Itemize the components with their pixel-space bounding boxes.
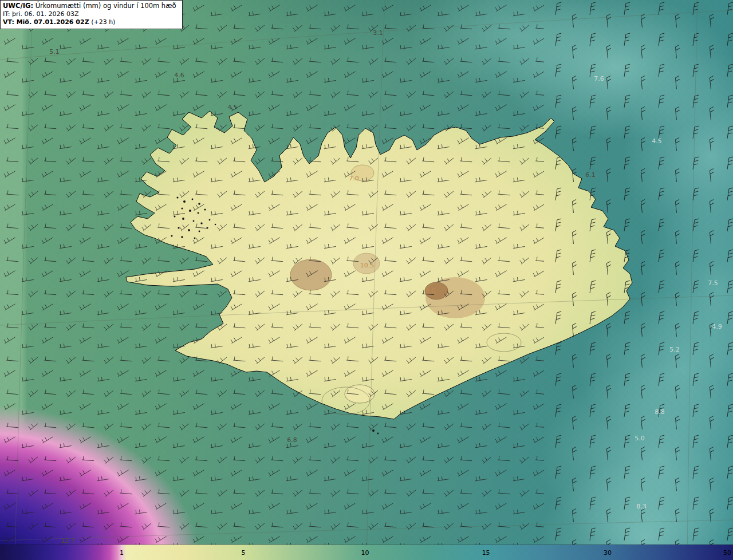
product-label: UWC/IG:: [3, 2, 33, 10]
colorbar-tick: 10: [361, 549, 369, 557]
map-canvas: [0, 0, 733, 560]
forecast-header-box: UWC/IG: Úrkomumætti (mm) og vindur í 100…: [0, 0, 183, 29]
valid-time: VT: Mið. 07.01.2026 02Z: [3, 18, 89, 26]
colorbar-tick: 1: [120, 549, 124, 557]
valid-time-line: VT: Mið. 07.01.2026 02Z (+23 h): [3, 18, 176, 26]
product-title: Úrkomumætti (mm) og vindur í 100m hæð: [33, 2, 176, 10]
colorbar-tick: 30: [604, 549, 612, 557]
colorbar-tick: 5: [241, 549, 245, 557]
wind-barbs-layer: [0, 0, 733, 560]
valid-offset: (+23 h): [89, 18, 116, 26]
init-time-line: IT: þri. 06. 01. 2026 03Z: [3, 10, 176, 18]
colorbar-tick: 15: [482, 549, 490, 557]
precipitation-colorbar: 1 5 10 15 30 50: [0, 545, 733, 560]
colorbar-tick: 50: [723, 549, 731, 557]
weather-map-app: 5.1 4.6 4.5 3.1 7.6 4.5 6.1 7.0 10.5 9.0…: [0, 0, 733, 560]
product-title-line: UWC/IG: Úrkomumætti (mm) og vindur í 100…: [3, 2, 176, 10]
